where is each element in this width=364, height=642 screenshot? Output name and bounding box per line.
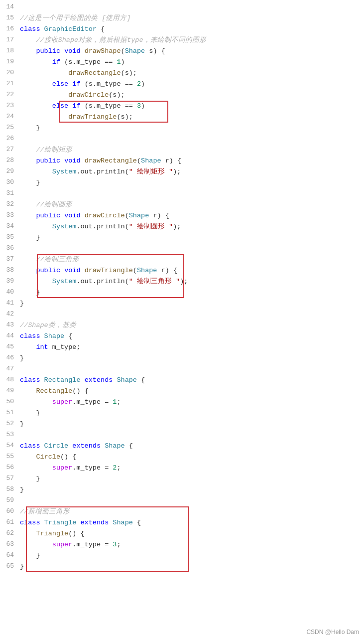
line-content: }	[20, 550, 364, 561]
line-number: 40	[0, 287, 20, 298]
code-line: 50 super.m_type = 1;	[0, 397, 364, 408]
line-content: //新增画三角形	[20, 506, 364, 517]
code-line: 44class Shape {	[0, 331, 364, 342]
line-content: System.out.println(" 绘制矩形 ");	[20, 166, 364, 177]
code-line: 32 //绘制圆形	[0, 199, 364, 210]
line-number: 26	[0, 134, 20, 144]
line-number: 20	[0, 68, 20, 78]
line-content	[20, 243, 364, 254]
line-number: 54	[0, 441, 20, 451]
line-number: 39	[0, 276, 20, 287]
line-number: 33	[0, 210, 20, 221]
code-line: 27 //绘制矩形	[0, 145, 364, 156]
line-content: Triangle() {	[20, 528, 364, 539]
line-number: 23	[0, 101, 20, 111]
code-line: 60//新增画三角形	[0, 506, 364, 517]
line-content: }	[20, 484, 364, 495]
code-editor: 14 15//这是一个用于绘图的类 [使用方]16class GraphicEd…	[0, 0, 364, 642]
line-content: super.m_type = 1;	[20, 397, 364, 408]
code-line: 14	[0, 2, 364, 13]
line-number: 48	[0, 375, 20, 385]
line-content: }	[20, 123, 364, 134]
line-number: 46	[0, 353, 20, 363]
line-number: 43	[0, 320, 20, 330]
code-line: 31	[0, 188, 364, 199]
line-content: public void drawCircle(Shape r) {	[20, 210, 364, 221]
code-line: 41}	[0, 298, 364, 309]
line-content: Rectangle() {	[20, 386, 364, 397]
line-number: 25	[0, 123, 20, 133]
code-line: 61class Triangle extends Shape {	[0, 517, 364, 528]
line-number: 55	[0, 452, 20, 462]
watermark: CSDN @Hello Dam	[306, 628, 359, 637]
line-content	[20, 364, 364, 375]
code-line: 21 else if (s.m_type == 2)	[0, 79, 364, 90]
line-content: public void drawRectangle(Shape r) {	[20, 156, 364, 166]
line-number: 62	[0, 528, 20, 539]
code-line: 52}	[0, 419, 364, 430]
line-content: class Triangle extends Shape {	[20, 517, 364, 528]
code-line: 62 Triangle() {	[0, 528, 364, 539]
line-number: 51	[0, 408, 20, 418]
line-content: class Circle extends Shape {	[20, 441, 364, 452]
line-number: 41	[0, 298, 20, 309]
line-content: //这是一个用于绘图的类 [使用方]	[20, 13, 364, 24]
code-line: 40 }	[0, 287, 364, 298]
line-content: else if (s.m_type == 2)	[20, 79, 364, 90]
line-number: 60	[0, 506, 20, 517]
line-number: 30	[0, 177, 20, 188]
code-line: 24 drawTriangle(s);	[0, 112, 364, 123]
code-line: 47	[0, 364, 364, 375]
line-content: drawTriangle(s);	[20, 112, 364, 123]
code-line: 55 Circle() {	[0, 452, 364, 463]
line-content: else if (s.m_type == 3)	[20, 101, 364, 112]
code-line: 64 }	[0, 550, 364, 561]
line-number: 59	[0, 495, 20, 506]
line-content: class Rectangle extends Shape {	[20, 375, 364, 386]
code-line: 23 else if (s.m_type == 3)	[0, 101, 364, 112]
code-line: 29 System.out.println(" 绘制矩形 ");	[0, 166, 364, 177]
code-line: 46}	[0, 353, 364, 364]
line-content: //绘制圆形	[20, 199, 364, 210]
line-number: 61	[0, 517, 20, 528]
line-content	[20, 309, 364, 320]
line-number: 64	[0, 550, 20, 561]
line-number: 31	[0, 188, 20, 199]
line-content: super.m_type = 3;	[20, 539, 364, 550]
code-line: 16class GraphicEditor {	[0, 24, 364, 35]
line-content: //Shape类，基类	[20, 320, 364, 331]
line-number: 56	[0, 463, 20, 473]
line-content: }	[20, 419, 364, 430]
line-content	[20, 134, 364, 145]
line-number: 27	[0, 145, 20, 155]
line-number: 42	[0, 309, 20, 320]
line-number: 45	[0, 342, 20, 352]
line-content: }	[20, 287, 364, 298]
line-content: public void drawShape(Shape s) {	[20, 46, 364, 57]
line-number: 32	[0, 199, 20, 210]
line-number: 57	[0, 474, 20, 484]
code-line: 54class Circle extends Shape {	[0, 441, 364, 452]
line-content: //绘制三角形	[20, 254, 364, 265]
code-line: 43//Shape类，基类	[0, 320, 364, 331]
code-line: 53	[0, 430, 364, 441]
code-line: 36	[0, 243, 364, 254]
code-line: 51 }	[0, 408, 364, 419]
line-content: Circle() {	[20, 452, 364, 463]
code-line: 33 public void drawCircle(Shape r) {	[0, 210, 364, 221]
line-content: class GraphicEditor {	[20, 24, 364, 35]
code-line: 30 }	[0, 177, 364, 188]
line-number: 52	[0, 419, 20, 429]
line-content	[20, 2, 364, 13]
line-number: 28	[0, 156, 20, 166]
line-number: 35	[0, 232, 20, 243]
line-number: 37	[0, 254, 20, 265]
code-line: 39 System.out.println(" 绘制三角形 ");	[0, 276, 364, 287]
code-line: 48class Rectangle extends Shape {	[0, 375, 364, 386]
line-number: 29	[0, 166, 20, 177]
line-number: 47	[0, 364, 20, 374]
code-line: 34 System.out.println(" 绘制圆形 ");	[0, 221, 364, 232]
line-number: 16	[0, 24, 20, 34]
code-line: 37 //绘制三角形	[0, 254, 364, 265]
code-line: 59	[0, 495, 364, 506]
